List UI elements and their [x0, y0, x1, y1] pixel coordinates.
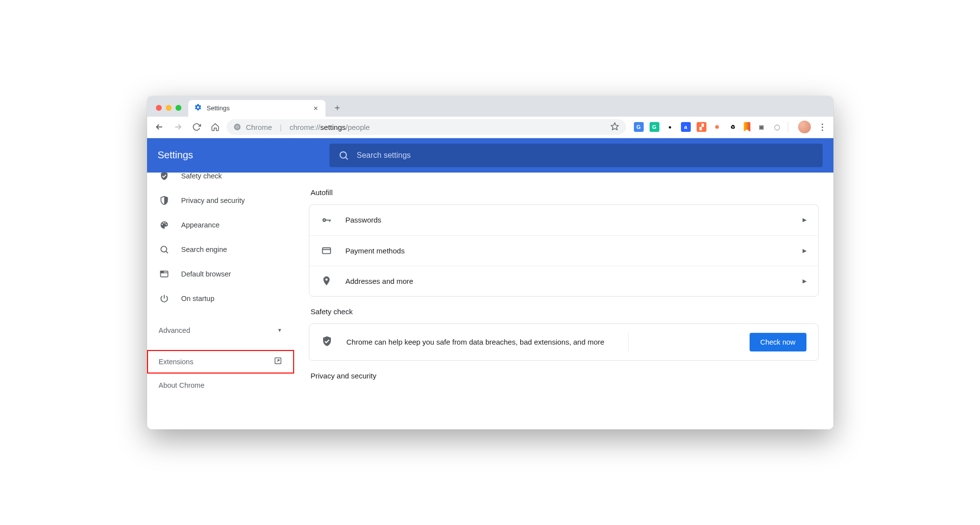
privacy-section-title: Privacy and security — [311, 372, 819, 380]
address-bar[interactable]: Chrome | chrome://settings/people — [226, 119, 626, 135]
svg-rect-13 — [322, 248, 330, 254]
sidebar-item-extensions[interactable]: Extensions — [147, 350, 294, 374]
pin-icon — [321, 275, 332, 286]
caret-down-icon: ▼ — [277, 327, 282, 333]
bookmark-star-icon[interactable] — [610, 122, 619, 132]
settings-header: Settings Search settings — [147, 138, 833, 173]
row-label: Payment methods — [346, 247, 405, 255]
sidebar-item-safety-check[interactable]: Safety check — [147, 173, 294, 188]
svg-point-5 — [161, 246, 167, 252]
sidebar-item-label: Default browser — [181, 270, 231, 278]
gear-icon — [194, 103, 202, 113]
sidebar-item-label: Safety check — [181, 173, 222, 180]
extension-icons: GG●a▞✱♻▣◯ — [634, 122, 782, 132]
extension-icon-circle[interactable]: ◯ — [772, 122, 782, 132]
safety-check-card: Chrome can help keep you safe from data … — [309, 324, 819, 361]
sidebar-item-appearance[interactable]: Appearance — [147, 213, 294, 237]
browser-menu-button[interactable] — [817, 124, 829, 131]
shield-check-icon — [321, 335, 333, 349]
row-label: Addresses and more — [346, 277, 413, 285]
separator — [628, 332, 628, 352]
sidebar-item-privacy[interactable]: Privacy and security — [147, 188, 294, 213]
shield-icon — [159, 196, 170, 205]
autofill-section-title: Autofill — [311, 188, 819, 197]
about-label: About Chrome — [159, 381, 205, 389]
power-icon — [159, 294, 170, 303]
extension-icon-amazon[interactable]: a — [681, 122, 691, 132]
extensions-label: Extensions — [159, 358, 194, 366]
sidebar-item-about[interactable]: About Chrome — [147, 374, 294, 397]
page-title: Settings — [158, 150, 320, 161]
key-icon — [321, 215, 332, 225]
svg-point-2 — [236, 126, 238, 128]
url-separator: | — [280, 123, 282, 131]
minimize-window-button[interactable] — [166, 105, 172, 111]
home-button[interactable] — [208, 120, 223, 134]
extension-icon-analytics[interactable]: ▞ — [697, 122, 706, 132]
autofill-addresses-row[interactable]: Addresses and more ▶ — [309, 266, 818, 296]
svg-marker-3 — [611, 123, 618, 129]
tab-strip: Settings — [147, 96, 833, 117]
chevron-right-icon: ▶ — [803, 248, 806, 254]
autofill-card: Passwords ▶ Payment methods ▶ Addresses … — [309, 204, 819, 297]
extension-icon-misc1[interactable]: ✱ — [712, 122, 722, 132]
content-area: Safety check Privacy and security Appear… — [147, 173, 833, 429]
svg-rect-10 — [326, 220, 331, 221]
card-icon — [321, 245, 332, 256]
extension-icon-bookmark[interactable] — [744, 122, 751, 132]
maximize-window-button[interactable] — [176, 105, 181, 111]
sidebar-item-on-startup[interactable]: On startup — [147, 286, 294, 311]
forward-button[interactable] — [171, 120, 185, 134]
search-settings-input[interactable]: Search settings — [329, 144, 823, 167]
autofill-passwords-row[interactable]: Passwords ▶ — [309, 205, 818, 235]
tab-title: Settings — [207, 104, 230, 112]
sidebar-item-label: Privacy and security — [181, 197, 245, 204]
back-button[interactable] — [152, 120, 167, 134]
settings-main: Autofill Passwords ▶ Payment methods ▶ — [294, 173, 833, 429]
sidebar-item-label: On startup — [181, 295, 215, 302]
autofill-payment-row[interactable]: Payment methods ▶ — [309, 235, 818, 266]
url-prefix: Chrome — [246, 123, 272, 131]
close-window-button[interactable] — [156, 105, 162, 111]
safety-section-title: Safety check — [311, 307, 819, 316]
palette-icon — [159, 220, 170, 230]
search-placeholder: Search settings — [357, 151, 411, 160]
extension-icon-recycle[interactable]: ♻ — [728, 122, 738, 132]
check-now-button[interactable]: Check now — [750, 333, 806, 351]
extension-icon-cast[interactable]: ▣ — [756, 122, 766, 132]
svg-point-4 — [340, 151, 346, 158]
sidebar-item-search-engine[interactable]: Search engine — [147, 237, 294, 262]
reload-button[interactable] — [189, 120, 204, 134]
shield-check-icon — [159, 173, 170, 181]
open-external-icon — [274, 356, 282, 367]
search-icon — [338, 150, 349, 161]
browser-window: Settings Chrome | chro — [147, 96, 833, 429]
extension-icon-similarweb[interactable]: ● — [665, 122, 675, 132]
sidebar-item-label: Appearance — [181, 221, 220, 229]
sidebar-advanced-toggle[interactable]: Advanced ▼ — [147, 319, 294, 342]
search-icon — [159, 245, 170, 254]
svg-rect-7 — [160, 271, 163, 273]
chrome-icon — [233, 123, 241, 131]
extension-icon-grammarly[interactable]: G — [650, 122, 659, 132]
chevron-right-icon: ▶ — [803, 278, 806, 284]
sidebar-item-label: Search engine — [181, 246, 227, 253]
new-tab-button[interactable] — [330, 101, 344, 115]
safety-text: Chrome can help keep you safe from data … — [347, 338, 604, 346]
url-text: chrome://settings/people — [290, 123, 370, 131]
separator — [788, 122, 788, 132]
svg-rect-11 — [329, 220, 330, 222]
advanced-label: Advanced — [159, 326, 191, 334]
svg-point-12 — [324, 219, 325, 221]
sidebar-item-default-browser[interactable]: Default browser — [147, 262, 294, 286]
extension-icon-translate[interactable]: G — [634, 122, 644, 132]
tab-close-button[interactable] — [312, 104, 320, 112]
browser-toolbar: Chrome | chrome://settings/people GG●a▞✱… — [147, 117, 833, 138]
settings-sidebar: Safety check Privacy and security Appear… — [147, 173, 294, 429]
row-label: Passwords — [346, 216, 381, 224]
chevron-right-icon: ▶ — [803, 217, 806, 223]
window-controls — [156, 105, 181, 111]
profile-avatar[interactable] — [798, 121, 811, 133]
browser-tab[interactable]: Settings — [188, 100, 326, 117]
browser-icon — [159, 269, 170, 279]
